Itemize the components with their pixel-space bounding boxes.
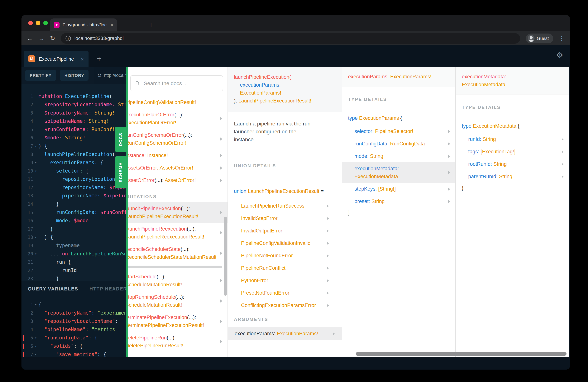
new-tab-button[interactable]: + bbox=[147, 20, 156, 29]
code-text[interactable]: { bbox=[39, 301, 126, 309]
code-text[interactable]: $pipelineName: String! bbox=[39, 117, 126, 126]
playground-tab-close-icon[interactable]: × bbox=[81, 56, 84, 62]
settings-gear-icon[interactable]: ⚙ bbox=[556, 50, 563, 60]
code-text[interactable]: ... on LaunchPipelineRunSuccess { bbox=[39, 250, 126, 258]
fold-arrow-icon[interactable]: ▾ bbox=[33, 342, 39, 350]
code-text[interactable]: "solids": { bbox=[39, 342, 126, 350]
profile-button[interactable]: Guest bbox=[526, 33, 553, 43]
code-text[interactable]: runConfigData: $runConfigData bbox=[39, 208, 126, 217]
type-field-row[interactable]: executionMetadata:ExecutionMetadata bbox=[342, 162, 455, 183]
argument-row[interactable]: executionParams: ExecutionParams! bbox=[228, 327, 342, 340]
query-editor[interactable]: 1mutation ExecutePipeline(2 $repositoryL… bbox=[21, 84, 126, 283]
maximize-button[interactable] bbox=[43, 21, 48, 25]
union-member-row[interactable]: PipelineNotFoundError bbox=[228, 249, 342, 262]
code-text[interactable]: $repositoryLocationName: String! bbox=[39, 101, 126, 109]
browser-tab[interactable]: Playground - http://localhost:3 × bbox=[50, 19, 117, 31]
union-member-row[interactable]: PythonError bbox=[228, 274, 342, 287]
fold-arrow-icon[interactable]: ▾ bbox=[33, 350, 39, 357]
code-text[interactable]: ) { bbox=[39, 233, 126, 241]
reload-icon[interactable]: ↻ bbox=[50, 35, 55, 41]
fold-arrow-icon[interactable]: ▾ bbox=[33, 167, 39, 175]
code-text[interactable]: $runConfigData: RunConfigData! bbox=[39, 126, 126, 134]
docs-list-item[interactable]: stopRunningSchedule(...):ScheduleMutatio… bbox=[126, 291, 228, 311]
fold-arrow-icon[interactable]: ▾ bbox=[33, 159, 39, 167]
fold-arrow-icon[interactable]: ▾ bbox=[33, 334, 39, 342]
docs-tab[interactable]: DOCS bbox=[115, 127, 126, 152]
schema-tab[interactable]: SCHEMA bbox=[115, 156, 126, 188]
query-variables-editor[interactable]: 1▾{2 "repositoryName": "experiments3 "re… bbox=[21, 297, 126, 357]
type-field-row[interactable]: stepKeys: [String!] bbox=[342, 183, 455, 195]
code-text[interactable]: repositoryLocationName: $repositoryLocat… bbox=[39, 175, 126, 184]
code-text[interactable]: run { bbox=[39, 258, 126, 266]
code-text[interactable]: "runConfigData": { bbox=[39, 334, 126, 342]
docs-list-item[interactable]: assetsOrError: AssetsOrError! bbox=[126, 162, 228, 174]
docs-list-item[interactable]: PipelineConfigValidationResult! bbox=[126, 88, 228, 108]
docs-list-item[interactable]: executionPlanOrError(...):ExecutionPlanO… bbox=[126, 108, 228, 129]
docs-horizontal-scrollbar[interactable] bbox=[126, 266, 222, 268]
add-playground-tab-button[interactable]: + bbox=[97, 54, 102, 63]
fold-arrow-icon[interactable]: ▾ bbox=[33, 142, 39, 150]
fold-arrow-icon[interactable]: ▾ bbox=[33, 301, 39, 309]
forward-icon[interactable]: → bbox=[39, 35, 44, 41]
docs-resize-handle[interactable] bbox=[126, 67, 128, 357]
type-field-row[interactable]: preset: String bbox=[342, 195, 455, 208]
history-button[interactable]: HISTORY bbox=[60, 70, 89, 81]
code-text[interactable]: pipelineName: $pipelineName bbox=[39, 192, 126, 200]
union-member-row[interactable]: LaunchPipelineRunSuccess bbox=[228, 200, 342, 212]
site-info-icon[interactable]: i bbox=[66, 36, 71, 41]
docs-list-item[interactable]: assetOrError(...): AssetOrError! bbox=[126, 174, 228, 187]
code-text[interactable]: } bbox=[39, 225, 126, 233]
docs-vertical-scrollbar[interactable] bbox=[224, 217, 227, 296]
code-text[interactable]: "repositoryName": "experiments bbox=[39, 309, 126, 317]
type-field-row[interactable]: selector: PipelineSelector! bbox=[342, 125, 455, 137]
close-button[interactable] bbox=[28, 21, 33, 25]
docs-list-item[interactable]: startSchedule(...):ScheduleMutationResul… bbox=[126, 271, 228, 291]
code-text[interactable]: ) { bbox=[39, 142, 126, 150]
endpoint-input[interactable]: ↻ http://localhost:3333/graphql bbox=[94, 67, 126, 84]
prettify-button[interactable]: PRETTIFY bbox=[25, 70, 56, 81]
code-text[interactable]: __typename bbox=[39, 241, 126, 250]
fold-arrow-icon[interactable]: ▾ bbox=[33, 250, 39, 258]
query-variables-tab[interactable]: QUERY VARIABLES bbox=[28, 286, 78, 292]
code-text[interactable]: selector: { bbox=[39, 167, 126, 175]
code-text[interactable]: mode: $mode bbox=[39, 217, 126, 225]
docs-list-item[interactable]: launchPipelineExecution(...):LaunchPipel… bbox=[126, 202, 228, 223]
code-text[interactable]: mutation ExecutePipeline( bbox=[39, 92, 126, 101]
union-member-row[interactable]: InvalidOutputError bbox=[228, 225, 342, 237]
docs-list-item[interactable]: deletePipelineRun(...):DeletePipelineRun… bbox=[126, 332, 228, 352]
url-text[interactable]: localhost:3333/graphql bbox=[74, 35, 124, 41]
http-headers-tab[interactable]: HTTP HEADERS bbox=[89, 286, 126, 292]
union-member-row[interactable]: ConflictingExecutionParamsError bbox=[228, 299, 342, 312]
code-text[interactable]: repositoryName: $repositoryName bbox=[39, 184, 126, 192]
code-text[interactable]: $repositoryName: String! bbox=[39, 109, 126, 117]
union-member-row[interactable]: InvalidStepError bbox=[228, 212, 342, 225]
type-field-row[interactable]: runId: String bbox=[456, 133, 569, 146]
type-field-row[interactable]: tags: [ExecutionTag!] bbox=[456, 146, 569, 158]
type-field-row[interactable]: mode: String bbox=[342, 150, 455, 162]
browser-menu-icon[interactable]: ⋮ bbox=[559, 35, 565, 42]
code-text[interactable]: } bbox=[39, 200, 126, 208]
fold-arrow-icon[interactable]: ▾ bbox=[33, 233, 39, 241]
code-text[interactable]: "repositoryLocationName": bbox=[39, 317, 126, 325]
type-field-row[interactable]: runConfigData: RunConfigData bbox=[342, 137, 455, 150]
type-field-row[interactable]: parentRunId: String bbox=[456, 170, 569, 183]
docs-list-item[interactable]: terminatePipelineExecution(...):Terminat… bbox=[126, 311, 228, 332]
docs-horizontal-scrollbar[interactable] bbox=[356, 352, 567, 356]
code-text[interactable]: runId bbox=[39, 266, 126, 275]
code-text[interactable]: "pipelineName": "metrics bbox=[39, 325, 126, 334]
union-member-row[interactable]: PresetNotFoundError bbox=[228, 287, 342, 299]
union-member-row[interactable]: PipelineConfigValidationInvalid bbox=[228, 237, 342, 249]
docs-search-input[interactable] bbox=[144, 80, 218, 86]
tab-close-icon[interactable]: × bbox=[110, 22, 113, 28]
docs-list-item[interactable]: reconcileSchedulerState(...):ReconcileSc… bbox=[126, 243, 228, 263]
endpoint-reload-icon[interactable]: ↻ bbox=[97, 72, 102, 78]
code-text[interactable]: $mode: String! bbox=[39, 134, 126, 142]
minimize-button[interactable] bbox=[36, 21, 40, 25]
docs-list-item[interactable]: runConfigSchemaOrError(...):RunConfigSch… bbox=[126, 129, 228, 149]
docs-list-item[interactable]: launchPipelineReexecution(...):LaunchPip… bbox=[126, 223, 228, 243]
code-text[interactable]: executionParams: { bbox=[39, 159, 126, 167]
playground-tab[interactable]: M ExecutePipeline × bbox=[24, 51, 88, 67]
code-text[interactable]: launchPipelineExecution( bbox=[39, 150, 126, 159]
code-text[interactable]: "save metrics": { bbox=[39, 350, 126, 357]
docs-list-item[interactable]: instance: Instance! bbox=[126, 149, 228, 162]
